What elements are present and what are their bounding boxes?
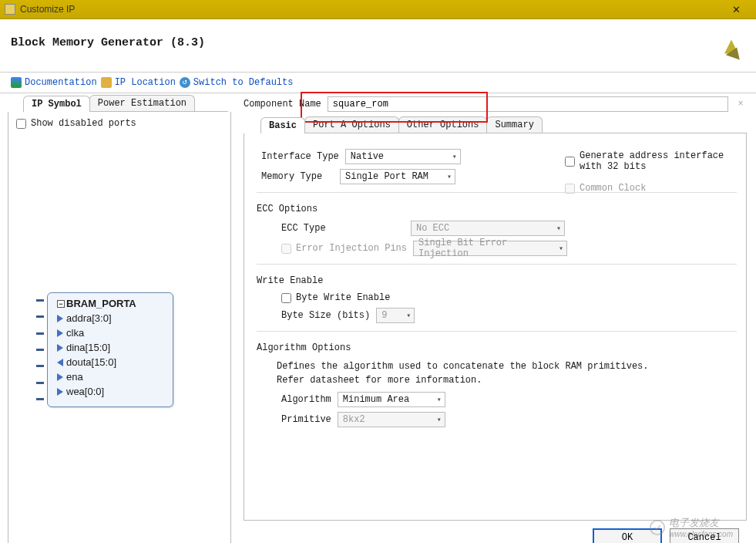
common-clock-checkbox: Common Clock [565,183,737,194]
window-title: Customize IP [20,4,721,15]
ok-button[interactable]: OK [593,528,662,543]
tab-port-a-options[interactable]: Port A Options [304,116,399,133]
port-bar-icons [36,292,44,407]
basic-tab-content: Interface Type Native Memory Type Single… [244,133,747,521]
tab-other-options[interactable]: Other Options [398,116,488,133]
port-group-name: − BRAM_PORTA [57,298,163,309]
documentation-link[interactable]: Documentation [11,77,97,88]
toolbar: Documentation IP Location ↺Switch to Def… [0,73,756,93]
ip-location-link[interactable]: IP Location [101,77,176,88]
port-douta: douta[15:0] [57,356,163,368]
primitive-row: Primitive 8kx2 [281,412,737,427]
primitive-select: 8kx2 [338,412,445,427]
ecc-options-title: ECC Options [257,204,737,214]
tab-ip-symbol[interactable]: IP Symbol [23,96,90,112]
component-name-row: Component Name × [244,96,747,112]
port-wea: wea[0:0] [57,386,163,397]
ecc-type-select: No ECC [411,221,565,236]
byte-size-row: Byte Size (bits) 9 [281,308,737,323]
algorithm-select[interactable]: Minimum Area [338,392,445,407]
tab-power-estimation[interactable]: Power Estimation [89,95,195,111]
footer-buttons: OK Cancel [593,528,739,543]
triangle-right-icon [57,329,63,337]
triangle-right-icon [57,344,63,352]
page-title: Block Memory Generator (8.3) [11,36,717,49]
close-button[interactable]: ✕ [721,4,751,15]
left-tabs: IP Symbol Power Estimation [23,95,228,112]
expand-icon[interactable]: − [57,300,65,308]
cancel-button[interactable]: Cancel [670,528,739,543]
titlebar: Customize IP ✕ [0,0,756,19]
triangle-left-icon [57,359,63,366]
triangle-right-icon [57,388,63,396]
gen-addr-32-checkbox[interactable]: Generate address interface with 32 bits [565,150,737,172]
clear-name-icon[interactable]: × [734,99,747,110]
vivado-logo-icon [717,36,745,64]
ecc-type-row: ECC Type No ECC [281,221,737,236]
right-pane: Component Name × Basic Port A Options Ot… [239,93,756,543]
error-injection-checkbox: Error Injection Pins [281,243,407,254]
ip-symbol: − BRAM_PORTA addra[3:0] clka dina[15:0] … [47,292,173,407]
folder-icon [101,77,112,88]
write-enable-title: Write Enable [257,275,737,286]
main-tabs: Basic Port A Options Other Options Summa… [260,116,747,133]
algorithm-options-title: Algorithm Options [257,342,737,353]
port-dina: dina[15:0] [57,342,163,353]
port-clka: clka [57,327,163,339]
error-injection-row: Error Injection Pins Single Bit Error In… [281,241,737,256]
byte-size-select: 9 [376,308,415,323]
header: Block Memory Generator (8.3) [0,19,756,72]
algorithm-desc: Defines the algorithm used to concatenat… [277,359,737,387]
reset-icon: ↺ [180,77,190,88]
port-ena: ena [57,371,163,383]
show-disabled-ports-checkbox[interactable]: Show disabled ports [16,118,223,129]
bram-port-block: − BRAM_PORTA addra[3:0] clka dina[15:0] … [47,292,173,407]
component-name-input[interactable] [328,96,728,112]
book-icon [11,77,22,88]
switch-defaults-link[interactable]: ↺Switch to Defaults [180,77,294,88]
byte-write-enable-checkbox[interactable]: Byte Write Enable [281,292,390,303]
memory-type-select[interactable]: Single Port RAM [340,169,455,184]
ip-symbol-panel: Show disabled ports − BRAM_PORTA addra[3 [8,112,231,543]
component-name-label: Component Name [244,99,321,110]
tab-summary[interactable]: Summary [486,116,542,133]
left-pane: IP Symbol Power Estimation Show disabled… [0,93,239,543]
window: Customize IP ✕ Block Memory Generator (8… [0,0,756,543]
triangle-right-icon [57,373,63,381]
algorithm-row: Algorithm Minimum Area [281,392,737,407]
triangle-right-icon [57,315,63,322]
error-injection-select: Single Bit Error Injection [413,241,567,256]
show-disabled-ports-input[interactable] [16,119,26,129]
port-addra: addra[3:0] [57,312,163,324]
interface-type-select[interactable]: Native [345,149,461,164]
app-icon [5,4,15,15]
tab-basic[interactable]: Basic [260,117,305,133]
